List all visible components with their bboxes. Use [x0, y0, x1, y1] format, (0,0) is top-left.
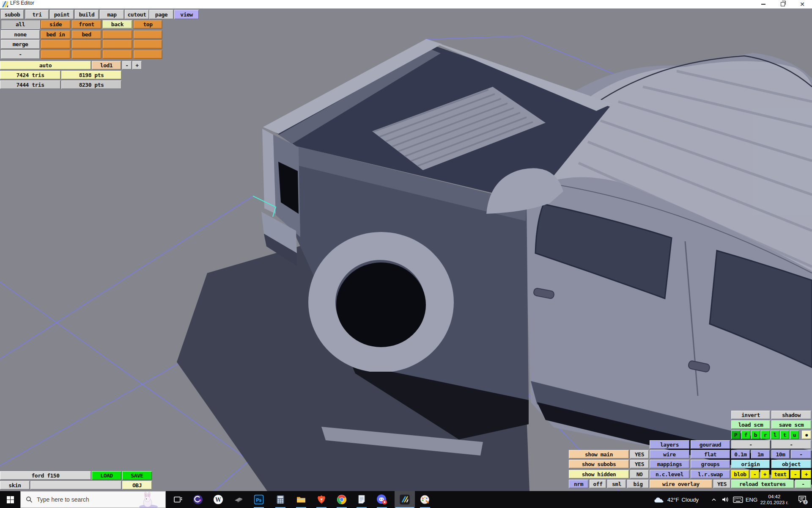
obj-export-button[interactable]: OBJ: [122, 481, 152, 489]
blob-button[interactable]: blob: [731, 470, 749, 478]
wire-overlay-label[interactable]: wire overlay: [650, 480, 712, 488]
show-subobs-label[interactable]: show subobs: [569, 460, 629, 468]
menu-map[interactable]: map: [100, 10, 124, 19]
dash-button[interactable]: -: [771, 440, 811, 449]
restore-button[interactable]: [773, 0, 793, 8]
skin-name-field[interactable]: [30, 481, 121, 489]
wire-overlay-toggle[interactable]: YES: [713, 480, 730, 488]
toggle-b-button[interactable]: b: [751, 431, 760, 439]
dot-toggle-button[interactable]: ●: [802, 431, 811, 439]
nrm-off-button[interactable]: off: [590, 480, 606, 488]
gouraud-button[interactable]: gouraud: [691, 440, 730, 449]
clock-widget[interactable]: 04:42 22.01.2023 г.: [758, 491, 791, 508]
text-plus-button[interactable]: +: [801, 470, 811, 478]
chrome-button[interactable]: [332, 491, 352, 508]
group-cell-empty[interactable]: [102, 50, 132, 59]
blob-minus-button[interactable]: -: [750, 470, 759, 478]
minus-button[interactable]: -: [1, 50, 40, 59]
grid-0-1m-button[interactable]: 0.1m: [731, 450, 750, 458]
nc-level-button[interactable]: n.c.level: [650, 470, 689, 478]
dash-button[interactable]: -: [731, 440, 770, 449]
group-cell-empty[interactable]: [133, 40, 162, 49]
brave-button[interactable]: [311, 491, 332, 508]
show-hidden-toggle[interactable]: NO: [630, 470, 649, 478]
merge-button[interactable]: merge: [1, 40, 40, 49]
close-button[interactable]: ✕: [793, 0, 812, 8]
group-cell-bed[interactable]: bed: [71, 30, 102, 39]
shadow-button[interactable]: shadow: [771, 411, 811, 419]
toggle-f-button[interactable]: f: [741, 431, 750, 439]
nrm-button[interactable]: nrm: [569, 480, 588, 488]
show-subobs-toggle[interactable]: YES: [630, 460, 649, 468]
select-none-button[interactable]: none: [1, 30, 40, 39]
calculator-button[interactable]: [270, 491, 291, 508]
menu-build[interactable]: build: [75, 10, 99, 19]
toggle-u-button[interactable]: u: [790, 431, 799, 439]
save-scm-button[interactable]: save scm: [771, 420, 811, 429]
save-button[interactable]: SAVE: [122, 471, 152, 480]
group-cell-top[interactable]: top: [133, 20, 162, 29]
lod-auto-button[interactable]: auto: [0, 61, 91, 69]
menu-cutout[interactable]: cutout: [125, 10, 149, 19]
mappings-button[interactable]: mappings: [650, 460, 689, 468]
minimize-button[interactable]: [754, 0, 773, 8]
load-button[interactable]: LOAD: [92, 471, 121, 480]
grid-dash-button[interactable]: -: [791, 450, 811, 458]
select-all-button[interactable]: all: [1, 20, 40, 29]
paint-button[interactable]: [415, 491, 435, 508]
nrm-sml-button[interactable]: sml: [607, 480, 626, 488]
toggle-t-button[interactable]: t: [780, 431, 789, 439]
weather-widget[interactable]: 42°F Cloudy: [653, 491, 699, 508]
object-button[interactable]: object: [771, 460, 811, 468]
toggle-r-button[interactable]: r: [761, 431, 770, 439]
groups-button[interactable]: groups: [691, 460, 730, 468]
reload-textures-button[interactable]: reload textures: [731, 480, 794, 488]
group-cell-empty[interactable]: [133, 50, 162, 59]
show-main-toggle[interactable]: YES: [630, 450, 649, 458]
menu-tri[interactable]: tri: [25, 10, 49, 19]
group-cell-empty[interactable]: [102, 30, 132, 39]
grid-1m-button[interactable]: 1m: [751, 450, 770, 458]
invert-button[interactable]: invert: [731, 411, 770, 419]
group-cell-empty[interactable]: [41, 40, 71, 49]
grid-10m-button[interactable]: 10m: [771, 450, 790, 458]
blob-plus-button[interactable]: +: [760, 470, 769, 478]
w-app-button[interactable]: W: [208, 491, 228, 508]
wire-button[interactable]: wire: [650, 450, 689, 458]
group-cell-empty[interactable]: [71, 50, 102, 59]
group-cell-empty[interactable]: [41, 50, 71, 59]
group-cell-empty[interactable]: [71, 40, 102, 49]
music-app-button[interactable]: [188, 491, 208, 508]
toggle-p-button[interactable]: P: [731, 431, 740, 439]
show-hidden-label[interactable]: show hidden: [569, 470, 629, 478]
lfs-editor-taskbar-button[interactable]: [395, 491, 415, 508]
taskbar-search[interactable]: [20, 491, 166, 508]
flat-button[interactable]: flat: [691, 450, 730, 458]
notepad-button[interactable]: [351, 491, 372, 508]
lr-swap-button[interactable]: l.r.swap: [691, 470, 730, 478]
menu-subob[interactable]: subob: [1, 10, 24, 19]
group-cell-back-selected[interactable]: back: [102, 20, 132, 29]
lod-minus-button[interactable]: -: [122, 61, 132, 69]
layers-button[interactable]: layers: [650, 440, 689, 449]
file-explorer-button[interactable]: [291, 491, 311, 508]
text-button[interactable]: text: [771, 470, 789, 478]
group-cell-side[interactable]: side: [41, 20, 71, 29]
viewport-3d[interactable]: [0, 0, 812, 508]
task-view-button[interactable]: [167, 491, 188, 508]
menu-page[interactable]: page: [149, 10, 173, 19]
search-input[interactable]: [36, 496, 135, 503]
toggle-l-button[interactable]: l: [771, 431, 779, 439]
group-cell-bed-in[interactable]: bed in: [41, 30, 71, 39]
discord-button[interactable]: [372, 491, 392, 508]
photoshop-button[interactable]: Ps: [249, 491, 269, 508]
group-cell-empty[interactable]: [102, 40, 132, 49]
lod1-button[interactable]: lod1: [92, 61, 121, 69]
menu-view-active[interactable]: view: [174, 10, 199, 19]
lod-plus-button[interactable]: +: [132, 61, 142, 69]
show-main-label[interactable]: show main: [569, 450, 629, 458]
start-button[interactable]: [0, 491, 20, 508]
load-scm-button[interactable]: load scm: [731, 420, 770, 429]
model-name-field[interactable]: ford f150: [0, 471, 91, 480]
text-minus-button[interactable]: -: [790, 470, 800, 478]
